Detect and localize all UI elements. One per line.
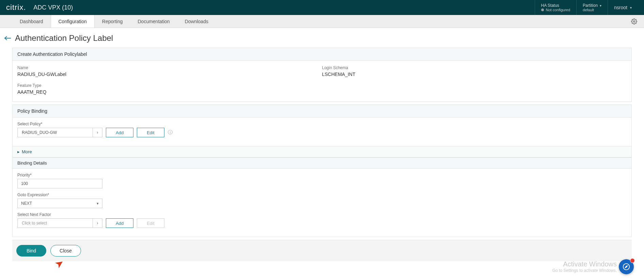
binding-details-header: Binding Details	[13, 157, 631, 169]
chevron-down-icon: ▾	[97, 201, 99, 206]
bind-button[interactable]: Bind	[16, 245, 46, 257]
login-schema-label: Login Schema	[322, 65, 627, 70]
more-label: More	[22, 149, 32, 154]
back-button[interactable]	[4, 35, 12, 41]
priority-input[interactable]	[17, 179, 102, 188]
select-policy-value: RADIUS_DUO-GW	[18, 130, 93, 135]
footer-bar: Bind Close ➤	[12, 240, 632, 261]
goto-expression-label: Goto Expression*	[17, 192, 627, 197]
windows-activation-watermark: Activate Windows Go to Settings to activ…	[552, 260, 617, 273]
tab-configuration[interactable]: Configuration	[51, 15, 95, 28]
caret-right-icon: ▸	[17, 149, 20, 154]
user-menu[interactable]: nsroot ▾	[608, 0, 638, 15]
partition-cell[interactable]: Partition▾ default	[576, 0, 608, 15]
goto-expression-value: NEXT	[21, 201, 32, 206]
user-name: nsroot	[614, 5, 627, 10]
summary-header: Create Authentication Policylabel	[13, 48, 631, 61]
compass-icon	[623, 263, 630, 270]
watermark-line2: Go to Settings to activate Windows.	[552, 268, 617, 273]
add-policy-button[interactable]: Add	[106, 128, 133, 137]
ha-status-value: Not configured	[546, 8, 570, 12]
close-button[interactable]: Close	[50, 245, 81, 257]
chevron-down-icon: ▾	[600, 4, 601, 7]
policy-binding-panel: Policy Binding Select Policy* RADIUS_DUO…	[12, 105, 632, 237]
chevron-right-icon[interactable]: ›	[93, 219, 102, 228]
ha-status-label: HA Status	[541, 3, 559, 8]
login-schema-value: LSCHEMA_INT	[322, 72, 627, 77]
topbar: citrix. ADC VPX (10) HA Status Not confi…	[0, 0, 644, 15]
settings-gear-button[interactable]	[631, 15, 637, 28]
select-policy-label: Select Policy*	[17, 122, 627, 126]
watermark-line1: Activate Windows	[552, 260, 617, 268]
select-next-factor-picker[interactable]: Click to select ›	[17, 218, 102, 228]
tab-documentation[interactable]: Documentation	[130, 15, 177, 28]
tab-downloads[interactable]: Downloads	[177, 15, 216, 28]
notification-badge-icon	[630, 258, 635, 263]
ha-status-dot-icon	[541, 9, 544, 11]
select-next-factor-placeholder: Click to select	[18, 221, 93, 226]
select-next-factor-label: Select Next Factor	[17, 212, 627, 217]
back-arrow-icon	[4, 35, 12, 41]
goto-expression-select[interactable]: NEXT ▾	[17, 199, 102, 208]
name-label: Name	[17, 65, 322, 70]
partition-label: Partition	[583, 3, 598, 8]
chevron-down-icon: ▾	[630, 6, 632, 10]
edit-next-factor-button: Edit	[137, 218, 164, 228]
page-title: Authentication Policy Label	[15, 33, 113, 43]
gear-icon	[631, 18, 637, 25]
add-next-factor-button[interactable]: Add	[106, 218, 133, 228]
ha-status-cell: HA Status Not configured	[535, 0, 577, 15]
main-tabs: Dashboard Configuration Reporting Docume…	[0, 15, 644, 28]
summary-panel: Create Authentication Policylabel Name R…	[12, 48, 632, 102]
citrix-logo: citrix.	[6, 3, 26, 12]
tab-dashboard[interactable]: Dashboard	[12, 15, 51, 28]
more-toggle[interactable]: ▸ More	[13, 146, 631, 157]
chevron-right-icon[interactable]: ›	[93, 128, 102, 137]
priority-label: Priority*	[17, 173, 627, 177]
select-policy-picker[interactable]: RADIUS_DUO-GW ›	[17, 128, 102, 137]
product-name: ADC VPX (10)	[33, 4, 73, 11]
feature-type-value: AAATM_REQ	[17, 89, 322, 95]
svg-marker-2	[625, 265, 627, 268]
feature-type-label: Feature Type	[17, 83, 322, 88]
svg-point-0	[633, 20, 635, 22]
help-fab-button[interactable]	[619, 259, 634, 274]
info-icon[interactable]: ⓘ	[168, 129, 173, 136]
edit-policy-button[interactable]: Edit	[137, 128, 164, 137]
partition-value: default	[583, 8, 594, 12]
name-value: RADIUS_DU-GWLabel	[17, 72, 322, 77]
policy-binding-header: Policy Binding	[13, 105, 631, 118]
tab-reporting[interactable]: Reporting	[95, 15, 130, 28]
cursor-pointer-icon: ➤	[52, 256, 66, 271]
page-header: Authentication Policy Label	[0, 28, 644, 48]
